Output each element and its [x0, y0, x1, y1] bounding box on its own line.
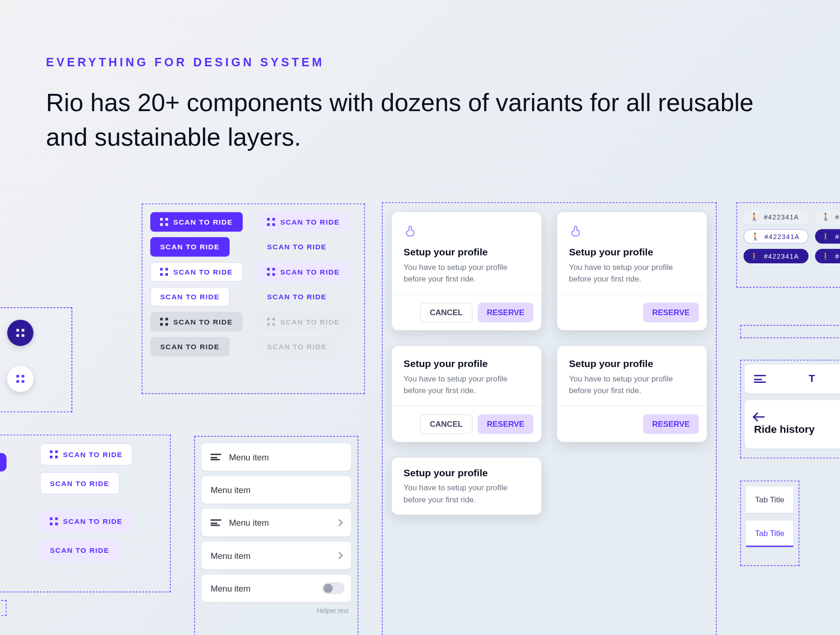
scan-button[interactable]: SCAN TO RIDE [40, 539, 119, 562]
walk-icon: 🚶 [821, 212, 831, 221]
icon-buttons-frame [0, 307, 72, 412]
list-icon [210, 519, 221, 526]
qr-icon [16, 329, 24, 337]
button-label: SCAN TO RIDE [173, 268, 232, 276]
tabs-frame: Tab Title Tab Title [740, 480, 799, 566]
menu-item-label: Menu item [210, 485, 250, 495]
chip-label: #422341A [764, 213, 799, 220]
qr-circle-button[interactable] [7, 320, 33, 346]
chevron-right-icon [336, 519, 343, 526]
menu-item[interactable]: Menu item [202, 443, 351, 471]
scan-button[interactable]: SCAN TO RIDE [150, 337, 230, 356]
walk-icon: 🚶 [751, 232, 761, 240]
walk-icon: 🚶 [821, 232, 831, 240]
cancel-button[interactable]: CANCEL [420, 414, 473, 434]
card-title: Setup your profile [569, 246, 695, 257]
cancel-button[interactable]: CANCEL [420, 303, 473, 322]
button-label: SCAN TO RIDE [50, 480, 109, 487]
scan-button[interactable]: SCAN TO RIDE [150, 287, 230, 307]
card-description: You have to setup your profile before yo… [569, 261, 695, 285]
chip-label: #422 [835, 233, 840, 240]
scan-button[interactable]: SCAN TO RIDE [40, 510, 133, 533]
scan-button[interactable]: SCAN TO RIDE [40, 472, 119, 494]
nav-initial: T [766, 373, 840, 385]
qr-icon [160, 268, 168, 276]
qr-icon [16, 375, 24, 383]
card-description: You have to setup your profile before yo… [404, 373, 530, 397]
nav-bar: Ride history [745, 400, 840, 448]
scan-button[interactable]: SCAN TO RIDE [40, 443, 133, 466]
toggle-switch[interactable] [322, 582, 344, 594]
nav-bar: T [745, 364, 840, 393]
menu-item-label: Menu item [210, 583, 250, 593]
tab-active[interactable]: Tab Title [746, 521, 793, 547]
section-eyebrow: EVERYTHING FOR DESIGN SYSTEM [46, 56, 324, 70]
card-description: You have to setup your profile before yo… [404, 261, 530, 285]
frame-stub [0, 600, 7, 616]
ride-chip[interactable]: 🚶#422 [815, 229, 840, 244]
section-headline: Rio has 20+ components with dozens of va… [46, 85, 768, 155]
scan-button-disabled: SCAN TO RIDE [257, 312, 350, 332]
reserve-button[interactable]: RESERVE [478, 414, 534, 434]
scan-button[interactable]: SCAN TO RIDE [150, 262, 243, 282]
scan-button[interactable]: SCAN TO RIDE [257, 262, 350, 282]
menu-icon[interactable] [754, 375, 766, 383]
scan-button[interactable]: SCAN TO RIDE [257, 237, 336, 257]
qr-icon [267, 268, 275, 276]
buttons-frame: SCAN TO RIDE SCAN TO RIDE SCAN TO RIDE S… [142, 204, 365, 394]
button-label: SCAN TO RIDE [160, 343, 219, 351]
ride-chip[interactable]: 🚶#422 [815, 249, 840, 263]
qr-icon [267, 218, 275, 226]
button-label: SCAN TO RIDE [63, 451, 122, 459]
back-arrow-icon[interactable] [754, 413, 766, 421]
qr-circle-button[interactable] [7, 366, 33, 392]
chip-label: #422 [835, 253, 840, 260]
menu-item[interactable]: Menu item [202, 476, 351, 504]
qr-icon [160, 318, 168, 326]
scan-button[interactable]: SCAN TO RIDE [150, 237, 230, 257]
reserve-button[interactable]: RESERVE [643, 303, 699, 322]
chips-frame: 🚶#422341A 🚶#422 🚶#422341A 🚶#422 🚶#422341… [736, 202, 840, 288]
card-title: Setup your profile [569, 358, 695, 369]
button-label: SCAN TO RIDE [267, 293, 326, 301]
scan-button[interactable]: SCAN TO RIDE [150, 312, 243, 332]
ride-chip[interactable]: 🚶#422341A [743, 229, 808, 244]
cards-frame: Setup your profile You have to setup you… [382, 202, 716, 635]
list-icon [210, 454, 221, 460]
reserve-button[interactable]: RESERVE [478, 303, 534, 322]
menu-item[interactable]: Menu item [202, 509, 351, 536]
helper-text: Helper text [202, 607, 351, 614]
scan-button[interactable]: SCAN TO RIDE [257, 212, 350, 232]
hand-point-icon [404, 224, 418, 239]
menu-item[interactable]: Menu item [202, 574, 351, 602]
chip-label: #422341A [764, 233, 799, 240]
qr-icon [50, 451, 58, 459]
nav-headers-frame: T Ride history [740, 360, 840, 459]
scan-button-disabled: SCAN TO RIDE [257, 337, 336, 356]
button-label: SCAN TO RIDE [280, 268, 339, 276]
walk-icon: 🚶 [821, 252, 831, 260]
scan-button[interactable]: SCAN TO RIDE [150, 212, 243, 232]
reserve-button[interactable]: RESERVE [643, 414, 699, 434]
scan-button[interactable]: SCAN TO RIDE [257, 287, 336, 307]
ride-chip[interactable]: 🚶#422341A [743, 249, 808, 263]
chip-label: #422 [835, 213, 840, 220]
button-label: SCAN TO RIDE [173, 318, 232, 326]
walk-icon: 🚶 [750, 252, 760, 260]
button-label: SCAN TO RIDE [280, 318, 339, 326]
qr-icon [50, 517, 58, 525]
card-title: Setup your profile [404, 358, 530, 369]
ride-chip[interactable]: 🚶#422 [815, 210, 840, 224]
card-title: Setup your profile [404, 467, 530, 478]
menu-item-label: Menu item [229, 518, 269, 528]
chevron-right-icon [336, 552, 343, 559]
button-label: SCAN TO RIDE [267, 243, 326, 251]
tab[interactable]: Tab Title [746, 487, 793, 513]
profile-card: Setup your profile You have to setup you… [557, 212, 707, 330]
card-title: Setup your profile [404, 246, 530, 257]
walk-icon: 🚶 [750, 212, 760, 221]
ride-chip[interactable]: 🚶#422341A [743, 210, 808, 224]
menu-item-label: Menu item [210, 550, 250, 560]
menu-item[interactable]: Menu item [202, 542, 351, 569]
qr-icon [267, 318, 275, 326]
